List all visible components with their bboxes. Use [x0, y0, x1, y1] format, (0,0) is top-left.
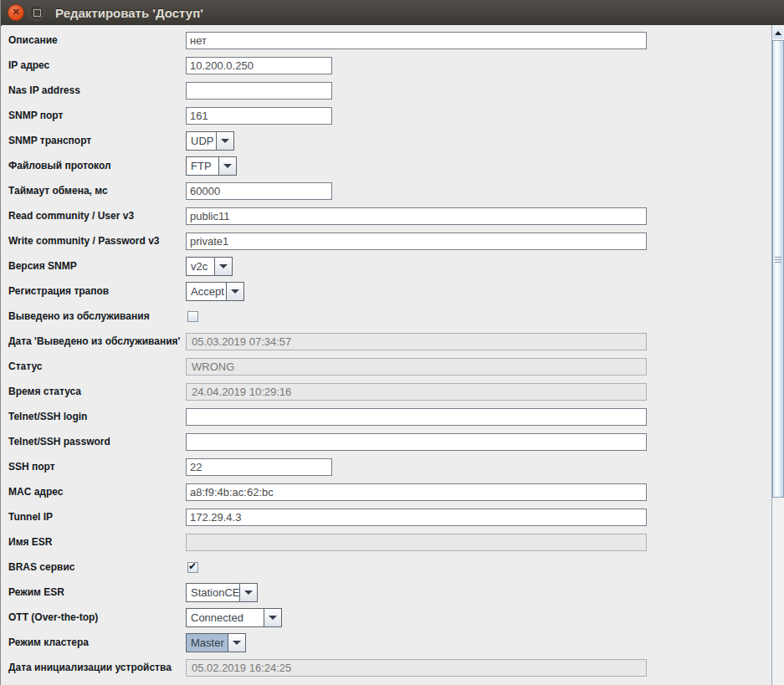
text-input[interactable] — [186, 458, 332, 476]
chevron-down-icon — [221, 139, 229, 143]
window-title: Редактировать 'Доступ' — [55, 6, 203, 20]
dropdown-value: Accept — [187, 283, 226, 300]
form: ОписаниеIP адресNas IP addressSNMP портS… — [2, 25, 771, 685]
vertical-scrollbar[interactable] — [771, 25, 784, 685]
dropdown-value: FTP — [187, 157, 218, 175]
close-button[interactable]: ✕ — [8, 4, 24, 21]
form-row: Tunnel IP — [2, 504, 771, 529]
form-row: Режим ESRStationCE — [2, 580, 771, 605]
text-input[interactable] — [186, 182, 332, 200]
field-label: Время статуса — [8, 386, 186, 397]
chevron-down-icon — [244, 590, 253, 595]
form-row: IP адрес — [2, 53, 771, 78]
field-label: Описание — [8, 34, 186, 46]
chevron-down-icon — [269, 616, 277, 620]
dropdown[interactable]: v2c — [186, 257, 233, 276]
field-label: Регистрация трапов — [8, 285, 186, 297]
field-label: Режим кластера — [8, 636, 186, 648]
scrollbar-thumb[interactable] — [772, 40, 784, 498]
field-label: SSH порт — [8, 461, 186, 473]
field-label: Read community / User v3 — [8, 210, 186, 222]
dropdown-value: StationCE — [187, 584, 239, 601]
scroll-up-icon — [775, 31, 781, 35]
readonly-field — [186, 534, 647, 551]
chevron-down-icon — [233, 641, 241, 645]
field-label: MAC адрес — [8, 486, 186, 498]
field-label: IP адрес — [8, 59, 186, 71]
field-label: OTT (Over-the-top) — [8, 611, 186, 623]
dropdown-arrow-button[interactable] — [214, 258, 232, 275]
text-input[interactable] — [186, 207, 647, 225]
form-row: SNMP порт — [2, 103, 771, 128]
chevron-down-icon — [231, 289, 239, 294]
edit-access-dialog: ✕ Редактировать 'Доступ' ОписаниеIP адре… — [0, 0, 784, 685]
chevron-down-icon — [223, 164, 232, 168]
field-label: Telnet/SSH password — [8, 436, 186, 447]
dropdown-arrow-button[interactable] — [239, 584, 257, 601]
text-input[interactable] — [186, 107, 332, 125]
form-row: MAC адрес — [2, 479, 771, 504]
form-row: Режим кластераMaster — [2, 630, 771, 655]
close-icon: ✕ — [12, 8, 19, 17]
field-label: Таймаут обмена, мс — [8, 185, 186, 197]
dropdown[interactable]: FTP — [186, 156, 237, 176]
dropdown[interactable]: Master — [186, 633, 246, 652]
form-row: Файловый протоколFTP — [2, 153, 771, 178]
form-row: Статус — [2, 354, 771, 379]
field-label: Режим ESR — [8, 586, 186, 598]
field-label: BRAS сервис — [8, 561, 186, 573]
readonly-field — [186, 333, 647, 350]
dropdown-value: v2c — [187, 258, 214, 275]
restore-icon — [33, 9, 41, 17]
dropdown-arrow-button[interactable] — [226, 283, 243, 300]
text-input[interactable] — [186, 57, 332, 74]
dropdown-arrow-button[interactable] — [218, 157, 236, 175]
field-label: Telnet/SSH login — [8, 411, 186, 422]
chevron-down-icon — [219, 264, 228, 268]
form-row: Read community / User v3 — [2, 203, 771, 228]
text-input[interactable] — [186, 32, 647, 49]
text-input[interactable] — [186, 82, 332, 100]
window-titlebar[interactable]: ✕ Редактировать 'Доступ' — [1, 0, 784, 26]
form-row: Telnet/SSH password — [2, 429, 771, 454]
dropdown-arrow-button[interactable] — [228, 634, 245, 652]
dropdown-value: UDP — [187, 132, 216, 150]
form-row: Write community / Password v3 — [2, 228, 771, 253]
form-row: BRAS сервис✔ — [2, 555, 771, 580]
text-input[interactable] — [186, 483, 647, 501]
scroll-up-button[interactable] — [773, 27, 783, 38]
form-row: Имя ESR — [2, 529, 771, 555]
restore-button[interactable] — [28, 4, 45, 21]
dropdown[interactable]: UDP — [186, 131, 234, 151]
form-row: Версия SNMPv2c — [2, 253, 771, 279]
text-input[interactable] — [186, 509, 647, 526]
text-input[interactable] — [186, 233, 647, 250]
checkbox[interactable] — [187, 311, 198, 322]
field-label: Дата инициализации устройства — [8, 662, 186, 673]
field-label: Tunnel IP — [8, 511, 186, 523]
form-row: Таймаут обмена, мс — [2, 178, 771, 203]
check-icon: ✔ — [188, 560, 197, 572]
field-label: SNMP порт — [8, 110, 186, 121]
field-label: Статус — [8, 360, 186, 372]
form-row: Nas IP address — [2, 78, 771, 103]
readonly-field — [186, 659, 647, 677]
text-input[interactable] — [186, 408, 647, 426]
field-label: Версия SNMP — [8, 260, 186, 272]
form-row: Регистрация траповAccept — [2, 279, 771, 304]
field-label: Дата 'Выведено из обслуживания' — [8, 335, 186, 347]
dropdown[interactable]: StationCE — [186, 583, 258, 602]
dropdown[interactable]: Accept — [186, 282, 244, 301]
text-input[interactable] — [186, 433, 647, 451]
dropdown[interactable]: Connected — [186, 608, 282, 627]
dropdown-arrow-button[interactable] — [264, 609, 281, 626]
field-label: SNMP транспорт — [8, 135, 186, 146]
field-label: Имя ESR — [8, 536, 186, 548]
dropdown-value: Connected — [187, 609, 264, 626]
checkbox[interactable]: ✔ — [187, 562, 198, 573]
form-row: Дата 'Выведено из обслуживания' — [2, 329, 771, 354]
readonly-field — [186, 383, 647, 401]
form-row: SSH порт — [2, 454, 771, 479]
dropdown-value: Master — [187, 634, 228, 652]
dropdown-arrow-button[interactable] — [216, 132, 233, 150]
